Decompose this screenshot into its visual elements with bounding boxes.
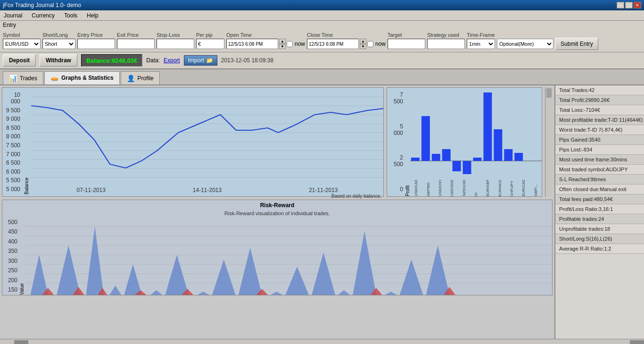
svg-rect-13 [432,154,440,161]
timestamp: 2013-12-05 18:09:38 [221,57,273,64]
submit-entry-button[interactable]: Submit Entry [555,38,598,50]
balance-chart-inner: 10 000 9 500 9 000 8 500 8 000 7 500 7 0… [2,88,383,196]
import-button[interactable]: Import 📁 [184,55,217,66]
action-bar: Deposit Withdraw Balance:9248,03€ Data: … [0,52,644,69]
stat-row: Worst trade:T-ID 7(-874,4€) [555,125,644,135]
stat-row: Total Loss:-7104€ [555,105,644,115]
svg-rect-21 [514,153,523,161]
profit-chart-inner: 7 500 5 000 2 500 0 Profit [387,88,542,196]
profile-icon: 👤 [127,75,135,82]
balance-line-chart [31,88,383,187]
close-time-datetime: ▲ ▼ now [307,39,386,49]
rr-bar-chart [25,217,552,295]
optional-group: Optional(More) [497,32,553,49]
optional-select[interactable]: Optional(More) [497,39,553,49]
close-time-now-checkbox[interactable] [367,41,373,47]
vertical-scrollbar[interactable] [545,87,553,197]
svg-marker-36 [124,264,141,295]
stat-row: Total Trades:42 [555,85,644,95]
stat-row: Unprofitable trades:18 [555,224,644,234]
risk-reward-title: Risk-Reward [2,200,552,210]
svg-rect-14 [442,149,451,161]
svg-marker-45 [271,292,282,295]
menu-currency[interactable]: Currency [30,11,57,20]
target-input[interactable] [388,39,425,49]
strategy-input[interactable] [427,39,465,49]
close-time-up[interactable]: ▲ [360,39,366,44]
svg-marker-29 [30,255,48,295]
data-label: Data: [146,57,160,64]
menu-tools[interactable]: Tools [62,11,79,20]
open-time-now-checkbox[interactable] [287,41,293,47]
close-button[interactable]: ✕ [634,2,641,8]
maximize-button[interactable]: □ [625,2,633,8]
menu-bar: Journal Currency Tools Help [0,10,644,21]
scrollbar-right-thumb[interactable] [630,340,644,344]
per-pip-input[interactable] [196,39,224,49]
scrollbar-horizontal-thumb[interactable] [14,340,28,344]
open-time-input[interactable] [226,39,278,49]
open-time-label: Open Time [226,32,252,38]
short-long-select[interactable]: Short Long [42,39,75,49]
entry-section-label: Entry [0,21,644,29]
stat-row: Total Profit:29890.26€ [555,95,644,105]
balance-y-label: Balance [22,88,31,196]
stat-row: S-L Reached:9times [555,175,644,185]
entry-price-label: Entry Price [77,32,103,38]
scrollbar-thumb[interactable] [546,88,552,98]
title-bar: jFox Trading Journal 1.0- demo ─ □ ✕ [0,0,644,10]
exit-price-input[interactable] [117,39,155,49]
svg-rect-16 [463,161,471,174]
svg-marker-46 [285,267,309,295]
tab-graphs[interactable]: 🥧 Graphs & Statistics [44,71,120,84]
exit-price-group: Exit Price [117,32,155,49]
open-time-down[interactable]: ▼ [279,44,286,49]
svg-rect-18 [483,92,492,161]
balance-chart: 10 000 9 500 9 000 8 500 8 000 7 500 7 0… [2,87,384,197]
svg-rect-12 [421,116,430,161]
window-controls: ─ □ ✕ [617,2,641,8]
svg-marker-39 [165,255,189,295]
charts-area: 10 000 9 500 9 000 8 500 8 000 7 500 7 0… [0,85,554,339]
risk-reward-chart-inner: 500 450 400 350 300 250 200 150 Value [2,217,552,295]
symbol-label: Symbol [3,32,20,38]
svg-marker-51 [385,292,397,295]
stop-loss-input[interactable] [157,39,194,49]
close-time-input[interactable] [307,39,359,49]
form-bar: Symbol EUR/USD Short/Long Short Long Ent… [0,29,644,52]
balance-svg-area: 07-11-2013 14-11-2013 21-11-2013 Based o… [31,88,383,196]
stat-row: Short/Long:S(16),L(26) [555,234,644,244]
export-button[interactable]: Export [164,57,180,64]
entry-price-input[interactable] [77,39,115,49]
symbol-select[interactable]: EUR/USD [3,39,41,49]
svg-rect-17 [473,158,482,161]
strategy-label: Strategy used [427,32,459,38]
stop-loss-group: Stop-Loss [157,32,194,49]
withdraw-button[interactable]: Withdraw [40,54,77,67]
menu-help[interactable]: Help [85,11,100,20]
target-label: Target [388,32,402,38]
stat-row: Profit/Loss Ratio:3,16:1 [555,204,644,214]
per-pip-group: Per pip [196,32,224,49]
deposit-button[interactable]: Deposit [3,54,36,67]
stat-row: Often closed due:Manual exit [555,185,644,194]
short-long-group: Short/Long Short Long [42,32,75,49]
app-title: jFox Trading Journal 1.0- demo [3,2,81,8]
profit-x-axis: USD/CAD S&P500 USD/CNY USD/SGD NZD/USD O… [410,180,542,196]
tab-profile[interactable]: 👤 Profile [121,71,160,84]
profit-y-axis: 7 500 5 000 2 500 0 [387,88,405,196]
tab-trades[interactable]: 📊 Trades [3,71,43,84]
timeframe-select[interactable]: 1min 5min 30mins 1h [467,39,495,49]
minimize-button[interactable]: ─ [617,2,624,8]
menu-journal[interactable]: Journal [2,11,24,20]
stat-row: Most profitable trade:T-ID 11(4644€) [555,115,644,125]
risk-reward-chart: Risk-Reward Risk-Reward visualization of… [2,200,553,295]
open-time-datetime: ▲ ▼ now [226,39,305,49]
horizontal-scrollbar[interactable] [0,339,644,344]
rr-svg-area [25,217,552,295]
close-time-down[interactable]: ▼ [360,44,366,49]
open-time-up[interactable]: ▲ [279,39,286,44]
tab-graphs-label: Graphs & Statistics [61,75,114,81]
balance-y-axis: 10 000 9 500 9 000 8 500 8 000 7 500 7 0… [2,88,22,196]
stat-row: Profitable trades:24 [555,214,644,224]
